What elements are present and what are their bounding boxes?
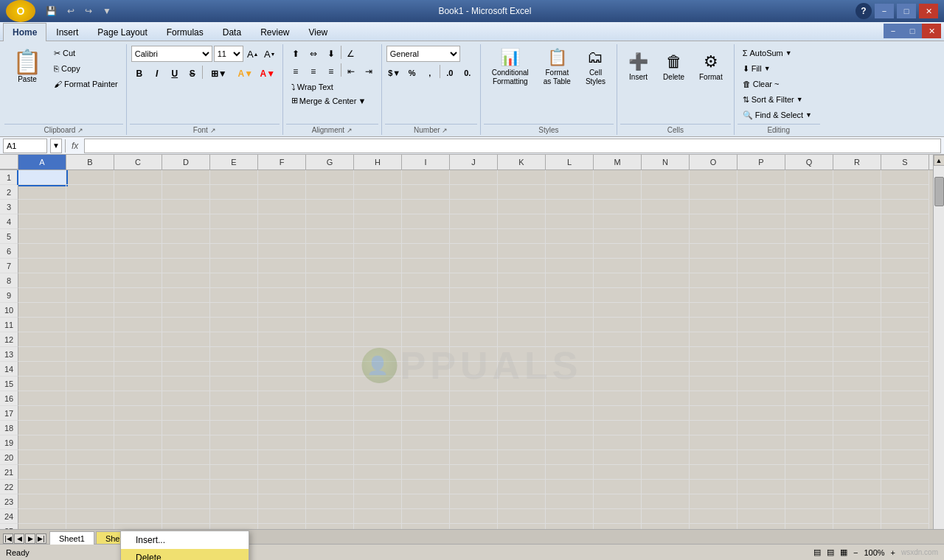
cell-N11[interactable] xyxy=(642,318,690,332)
cell-B10[interactable] xyxy=(66,303,114,318)
cell-H9[interactable] xyxy=(354,288,402,303)
cell-S2[interactable] xyxy=(881,185,929,200)
cell-I19[interactable] xyxy=(402,435,450,450)
cell-C17[interactable] xyxy=(114,406,162,421)
align-right-button[interactable]: ≡ xyxy=(323,63,339,80)
cell-D16[interactable] xyxy=(162,391,210,406)
cell-O24[interactable] xyxy=(690,509,738,524)
cell-E4[interactable] xyxy=(210,214,258,229)
cell-K3[interactable] xyxy=(498,200,546,214)
col-header-Q[interactable]: Q xyxy=(785,155,833,169)
cell-A10[interactable] xyxy=(18,303,66,318)
cell-H13[interactable] xyxy=(354,347,402,362)
cell-E15[interactable] xyxy=(210,377,258,391)
cell-M18[interactable] xyxy=(594,421,642,435)
font-color-button[interactable]: A▼ xyxy=(257,66,278,82)
scroll-up-button[interactable]: ▲ xyxy=(934,155,945,166)
ctx-insert[interactable]: Insert... xyxy=(121,531,249,549)
cell-P18[interactable] xyxy=(738,421,785,435)
cell-G14[interactable] xyxy=(306,362,354,377)
cell-Q8[interactable] xyxy=(785,273,833,288)
cell-D14[interactable] xyxy=(162,362,210,377)
office-button[interactable]: O xyxy=(6,0,35,22)
cell-D7[interactable] xyxy=(162,259,210,273)
cell-N20[interactable] xyxy=(642,450,690,465)
align-middle-button[interactable]: ⇔ xyxy=(305,46,322,62)
cell-I7[interactable] xyxy=(402,259,450,273)
decrease-decimal-button[interactable]: 0. xyxy=(459,65,476,81)
cell-N23[interactable] xyxy=(642,494,690,509)
cell-Q6[interactable] xyxy=(785,244,833,259)
cell-C7[interactable] xyxy=(114,259,162,273)
row-number-18[interactable]: 18 xyxy=(0,421,18,435)
cell-N6[interactable] xyxy=(642,244,690,259)
cell-G19[interactable] xyxy=(306,435,354,450)
sheet-first-button[interactable]: |◀ xyxy=(3,533,13,544)
cell-P22[interactable] xyxy=(738,480,785,494)
row-number-16[interactable]: 16 xyxy=(0,391,18,406)
cell-I23[interactable] xyxy=(402,494,450,509)
cell-I3[interactable] xyxy=(402,200,450,214)
row-number-5[interactable]: 5 xyxy=(0,229,18,244)
cell-L22[interactable] xyxy=(546,480,594,494)
cell-E16[interactable] xyxy=(210,391,258,406)
cell-L11[interactable] xyxy=(546,318,594,332)
cell-B2[interactable] xyxy=(66,185,114,200)
insert-cells-button[interactable]: ➕ Insert xyxy=(622,46,655,87)
cell-S17[interactable] xyxy=(881,406,929,421)
cell-G16[interactable] xyxy=(306,391,354,406)
cell-P8[interactable] xyxy=(738,273,785,288)
cell-R20[interactable] xyxy=(833,450,881,465)
cell-M14[interactable] xyxy=(594,362,642,377)
autosum-button[interactable]: Σ AutoSum ▼ xyxy=(739,46,796,60)
align-bottom-button[interactable]: ⬇ xyxy=(323,46,339,62)
cell-P5[interactable] xyxy=(738,229,785,244)
cell-B19[interactable] xyxy=(66,435,114,450)
cell-D11[interactable] xyxy=(162,318,210,332)
cell-S4[interactable] xyxy=(881,214,929,229)
cell-S1[interactable] xyxy=(881,170,929,185)
col-header-M[interactable]: M xyxy=(594,155,642,169)
cell-H14[interactable] xyxy=(354,362,402,377)
cell-A1[interactable] xyxy=(18,170,66,185)
cell-L21[interactable] xyxy=(546,465,594,480)
cell-P11[interactable] xyxy=(738,318,785,332)
cell-N22[interactable] xyxy=(642,480,690,494)
cell-H19[interactable] xyxy=(354,435,402,450)
cell-D5[interactable] xyxy=(162,229,210,244)
fill-color-button[interactable]: A▼ xyxy=(235,66,256,82)
cell-F1[interactable] xyxy=(258,170,306,185)
cell-R15[interactable] xyxy=(833,377,881,391)
cell-B7[interactable] xyxy=(66,259,114,273)
cell-F3[interactable] xyxy=(258,200,306,214)
col-header-L[interactable]: L xyxy=(546,155,594,169)
cell-I16[interactable] xyxy=(402,391,450,406)
cell-D2[interactable] xyxy=(162,185,210,200)
cell-O18[interactable] xyxy=(690,421,738,435)
cell-J1[interactable] xyxy=(450,170,498,185)
cell-L17[interactable] xyxy=(546,406,594,421)
cell-F4[interactable] xyxy=(258,214,306,229)
cell-J10[interactable] xyxy=(450,303,498,318)
cell-S8[interactable] xyxy=(881,273,929,288)
cell-F23[interactable] xyxy=(258,494,306,509)
cell-J15[interactable] xyxy=(450,377,498,391)
cell-L16[interactable] xyxy=(546,391,594,406)
cell-E22[interactable] xyxy=(210,480,258,494)
cell-D1[interactable] xyxy=(162,170,210,185)
cell-F17[interactable] xyxy=(258,406,306,421)
cell-G21[interactable] xyxy=(306,465,354,480)
row-number-13[interactable]: 13 xyxy=(0,347,18,362)
cell-J21[interactable] xyxy=(450,465,498,480)
col-header-O[interactable]: O xyxy=(690,155,738,169)
cell-O23[interactable] xyxy=(690,494,738,509)
cell-L1[interactable] xyxy=(546,170,594,185)
cell-F22[interactable] xyxy=(258,480,306,494)
cell-E19[interactable] xyxy=(210,435,258,450)
cell-R9[interactable] xyxy=(833,288,881,303)
cell-I18[interactable] xyxy=(402,421,450,435)
cell-Q11[interactable] xyxy=(785,318,833,332)
cell-C8[interactable] xyxy=(114,273,162,288)
increase-font-button[interactable]: A▲ xyxy=(245,46,261,62)
tab-page-layout[interactable]: Page Layout xyxy=(88,23,156,41)
